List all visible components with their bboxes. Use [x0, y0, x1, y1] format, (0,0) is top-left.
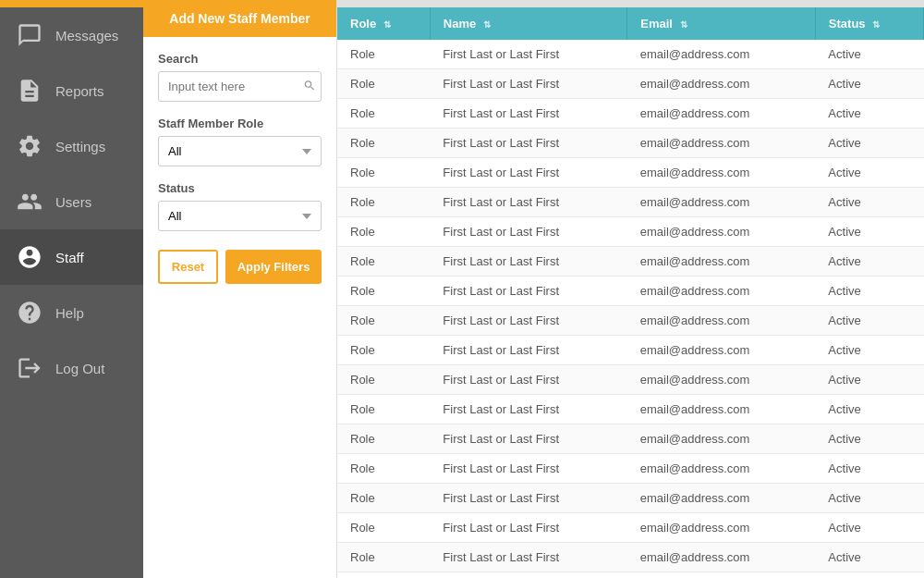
table-row[interactable]: RoleFirst Last or Last Firstemail@addres… [337, 99, 924, 129]
cell-email: email@address.com [627, 277, 816, 306]
cell-status: Active [815, 129, 923, 158]
logout-icon [15, 353, 44, 383]
table-row[interactable]: RoleFirst Last or Last Firstemail@addres… [337, 424, 924, 454]
sidebar-settings-label: Settings [55, 139, 105, 154]
cell-name: First Last or Last First [430, 543, 626, 572]
cell-email: email@address.com [627, 247, 816, 277]
filter-buttons: Reset Apply Filters [158, 250, 322, 284]
table-row[interactable]: RoleFirst Last or Last Firstemail@addres… [337, 277, 924, 306]
cell-email: email@address.com [627, 395, 816, 424]
cell-status: Active [815, 277, 923, 306]
table-row[interactable]: RoleFirst Last or Last Firstemail@addres… [337, 336, 924, 365]
table-row[interactable]: RoleFirst Last or Last Firstemail@addres… [337, 513, 924, 543]
sidebar-item-messages[interactable]: Messages [0, 7, 143, 63]
search-icon-button[interactable] [303, 79, 316, 94]
cell-name: First Last or Last First [430, 484, 626, 513]
table-row[interactable]: RoleFirst Last or Last Firstemail@addres… [337, 454, 924, 484]
cell-name: First Last or Last First [430, 129, 626, 158]
cell-role: Role [337, 395, 430, 424]
sidebar-item-users[interactable]: Users [0, 174, 143, 229]
cell-status: Active [815, 336, 923, 365]
table-header-row: Role ⇅ Name ⇅ Email ⇅ Status ⇅ [337, 7, 924, 40]
cell-email: email@address.com [627, 543, 816, 572]
cell-email: email@address.com [627, 217, 816, 247]
table-row[interactable]: RoleFirst Last or Last Firstemail@addres… [337, 158, 924, 188]
role-section: Staff Member Role All [158, 117, 322, 166]
cell-role: Role [337, 543, 430, 572]
table-row[interactable]: RoleFirst Last or Last Firstemail@addres… [337, 484, 924, 513]
table-row[interactable]: RoleFirst Last or Last Firstemail@addres… [337, 572, 924, 579]
cell-status: Active [815, 454, 923, 484]
table-row[interactable]: RoleFirst Last or Last Firstemail@addres… [337, 188, 924, 217]
main-top-bar [337, 0, 924, 7]
table-row[interactable]: RoleFirst Last or Last Firstemail@addres… [337, 543, 924, 572]
cell-role: Role [337, 69, 430, 99]
cell-role: Role [337, 572, 430, 579]
search-label: Search [158, 52, 322, 66]
sidebar-item-help[interactable]: Help [0, 285, 143, 340]
cell-role: Role [337, 188, 430, 217]
search-icon [303, 79, 316, 92]
col-status[interactable]: Status ⇅ [815, 7, 923, 40]
table-row[interactable]: RoleFirst Last or Last Firstemail@addres… [337, 395, 924, 424]
filter-panel: Add New Staff Member Search Staff Member… [143, 0, 337, 578]
status-sort-icon: ⇅ [872, 19, 880, 30]
reset-button[interactable]: Reset [158, 250, 218, 284]
add-staff-button[interactable]: Add New Staff Member [143, 0, 336, 37]
sidebar-item-settings[interactable]: Settings [0, 118, 143, 174]
cell-status: Active [815, 395, 923, 424]
sidebar-messages-label: Messages [55, 28, 118, 43]
table-row[interactable]: RoleFirst Last or Last Firstemail@addres… [337, 69, 924, 99]
sidebar-item-staff[interactable]: Staff [0, 229, 143, 285]
cell-status: Active [815, 247, 923, 277]
role-select[interactable]: All [158, 136, 322, 166]
staff-icon [15, 242, 44, 272]
table-row[interactable]: RoleFirst Last or Last Firstemail@addres… [337, 217, 924, 247]
cell-email: email@address.com [627, 188, 816, 217]
search-wrap [158, 71, 322, 102]
name-sort-icon: ⇅ [483, 19, 491, 30]
cell-status: Active [815, 572, 923, 579]
col-email[interactable]: Email ⇅ [627, 7, 816, 40]
table-row[interactable]: RoleFirst Last or Last Firstemail@addres… [337, 40, 924, 69]
table-body: RoleFirst Last or Last Firstemail@addres… [337, 40, 924, 578]
sidebar-staff-label: Staff [55, 250, 84, 265]
cell-email: email@address.com [627, 69, 816, 99]
cell-role: Role [337, 129, 430, 158]
table-row[interactable]: RoleFirst Last or Last Firstemail@addres… [337, 365, 924, 395]
staff-table: Role ⇅ Name ⇅ Email ⇅ Status ⇅ [337, 7, 924, 578]
table-row[interactable]: RoleFirst Last or Last Firstemail@addres… [337, 247, 924, 277]
cell-status: Active [815, 188, 923, 217]
sidebar-item-logout[interactable]: Log Out [0, 340, 143, 396]
cell-name: First Last or Last First [430, 395, 626, 424]
sidebar-top-bar [0, 0, 143, 7]
cell-status: Active [815, 543, 923, 572]
cell-status: Active [815, 99, 923, 129]
cell-status: Active [815, 306, 923, 336]
chat-icon [15, 20, 44, 50]
table-row[interactable]: RoleFirst Last or Last Firstemail@addres… [337, 306, 924, 336]
cell-name: First Last or Last First [430, 306, 626, 336]
search-section: Search [158, 52, 322, 102]
status-select[interactable]: All [158, 201, 322, 231]
cell-email: email@address.com [627, 158, 816, 188]
sidebar-item-reports[interactable]: Reports [0, 63, 143, 118]
status-label: Status [158, 181, 322, 195]
cell-status: Active [815, 40, 923, 69]
cell-name: First Last or Last First [430, 572, 626, 579]
col-name[interactable]: Name ⇅ [430, 7, 626, 40]
cell-name: First Last or Last First [430, 513, 626, 543]
table-row[interactable]: RoleFirst Last or Last Firstemail@addres… [337, 129, 924, 158]
cell-email: email@address.com [627, 424, 816, 454]
cell-email: email@address.com [627, 40, 816, 69]
apply-filters-button[interactable]: Apply Filters [225, 250, 322, 284]
cell-role: Role [337, 99, 430, 129]
cell-status: Active [815, 69, 923, 99]
cell-role: Role [337, 365, 430, 395]
table-wrap[interactable]: Role ⇅ Name ⇅ Email ⇅ Status ⇅ [337, 7, 924, 578]
search-input[interactable] [158, 71, 322, 102]
col-role[interactable]: Role ⇅ [337, 7, 430, 40]
cell-role: Role [337, 217, 430, 247]
sidebar-reports-label: Reports [55, 83, 104, 99]
cell-name: First Last or Last First [430, 188, 626, 217]
